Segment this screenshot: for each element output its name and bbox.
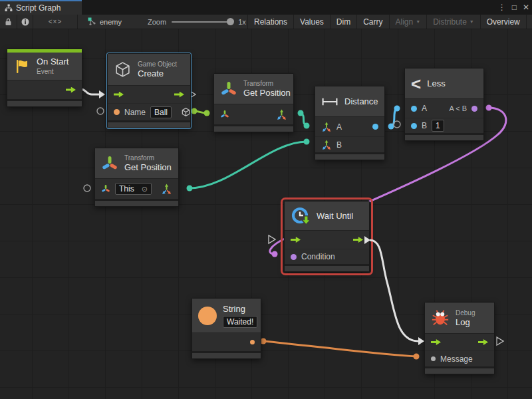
node-title: String	[223, 304, 257, 315]
name-input[interactable]: Ball	[150, 106, 172, 118]
string-out-port[interactable]	[250, 340, 255, 344]
object-picker-icon[interactable]: ⊙	[142, 185, 148, 194]
zoom-label: Zoom	[148, 18, 166, 26]
distribute-button: Distribute▼	[427, 15, 481, 29]
control-out-port[interactable]	[478, 339, 488, 345]
bug-icon	[431, 309, 450, 327]
breadcrumb-graph-name: enemy	[100, 18, 122, 26]
zoom-control: Zoom 1x	[148, 15, 246, 29]
breadcrumb[interactable]: enemy	[88, 15, 122, 29]
transform-icon	[220, 80, 237, 98]
number-out-port[interactable]	[372, 124, 378, 130]
node-footer	[425, 366, 494, 374]
code-view-button[interactable]: <×>	[33, 15, 78, 29]
chevron-down-icon: ▼	[469, 19, 474, 24]
control-in-port[interactable]	[291, 237, 301, 243]
node-title: On Start	[37, 57, 68, 67]
node-category: Game Object	[138, 60, 177, 68]
node-create[interactable]: Game Object Create Name Ball	[107, 53, 191, 128]
zoom-slider[interactable]	[172, 21, 233, 23]
less-icon: <	[411, 75, 421, 92]
graph-toolbar: <×> enemy Zoom 1x Relations Values	[0, 15, 532, 29]
node-on-start[interactable]: On Start Event	[7, 49, 82, 107]
lock-button[interactable]	[0, 15, 17, 29]
node-title: Log	[456, 317, 475, 328]
window-menu-icon[interactable]: ⋮	[498, 0, 506, 15]
info-icon	[21, 18, 29, 26]
gameobject-out-port[interactable]	[181, 107, 191, 117]
distance-icon	[321, 96, 338, 107]
maximize-icon[interactable]: □	[512, 0, 517, 15]
node-footer	[214, 124, 293, 132]
values-button[interactable]: Values	[294, 15, 331, 29]
node-get-position-bottom[interactable]: Transform Get Position This ⊙	[94, 148, 179, 207]
script-graph-icon	[5, 4, 13, 12]
cube-icon	[114, 61, 132, 78]
carry-button[interactable]: Carry	[357, 15, 389, 29]
node-title: Wait Until	[317, 211, 353, 221]
port-label: Message	[440, 354, 473, 364]
node-footer	[315, 152, 384, 160]
inspect-button[interactable]	[17, 15, 33, 29]
vector3-in-port-b[interactable]	[321, 140, 332, 150]
vector3-in-port-a[interactable]	[321, 122, 332, 132]
number-in-port-b[interactable]	[411, 123, 417, 129]
vector3-out-port[interactable]	[276, 109, 287, 120]
transform-in-port[interactable]	[220, 110, 229, 119]
node-get-position-top[interactable]: Transform Get Position	[213, 73, 294, 132]
port-label: Name	[124, 108, 146, 117]
node-footer	[285, 264, 369, 271]
boolean-out-port[interactable]	[471, 106, 477, 112]
clock-icon	[291, 206, 311, 226]
chevron-down-icon: ▼	[416, 19, 420, 24]
node-category: Debug	[456, 309, 475, 317]
value-in-port-name[interactable]	[114, 109, 120, 115]
full-screen-button[interactable]: Full Screen	[527, 15, 532, 29]
port-label: B	[336, 140, 342, 150]
node-title: Less	[427, 78, 445, 89]
control-out-port[interactable]	[174, 92, 184, 98]
tab-script-graph[interactable]: Script Graph	[0, 0, 82, 15]
control-out-port[interactable]	[66, 87, 76, 93]
control-out-port[interactable]	[353, 237, 363, 243]
node-footer	[108, 120, 190, 128]
overview-button[interactable]: Overview	[481, 15, 527, 29]
node-title: Get Position	[124, 162, 172, 173]
node-footer	[7, 99, 82, 106]
output-label: A < B	[449, 104, 467, 112]
lock-icon	[5, 18, 12, 26]
message-in-port[interactable]	[431, 356, 436, 361]
vector3-out-port[interactable]	[161, 184, 172, 195]
b-value-input[interactable]: 1	[432, 120, 444, 132]
node-string[interactable]: String Waited!	[192, 298, 261, 359]
title-bar: Script Graph ⋮ □ ✕	[0, 0, 532, 15]
node-title: Create	[138, 68, 177, 79]
relations-button[interactable]: Relations	[248, 15, 294, 29]
boolean-in-port-condition[interactable]	[291, 254, 297, 260]
node-title: Get Position	[243, 88, 291, 98]
control-in-port[interactable]	[114, 92, 124, 98]
string-icon	[198, 307, 217, 325]
align-button: Align▼	[390, 15, 428, 29]
node-wait-until[interactable]: Wait Until Condition	[284, 201, 370, 272]
dim-button[interactable]: Dim	[331, 15, 357, 29]
zoom-slider-knob[interactable]	[227, 18, 234, 25]
port-label: B	[422, 121, 427, 130]
close-icon[interactable]: ✕	[523, 0, 529, 15]
port-label: Condition	[301, 252, 335, 261]
port-label: A	[422, 104, 427, 113]
toolbar-buttons: Relations Values Dim Carry Align▼ Distri…	[247, 15, 532, 29]
control-in-port[interactable]	[431, 339, 441, 345]
node-less[interactable]: < Less A A < B B 1	[404, 68, 484, 141]
string-value-input[interactable]: Waited!	[223, 316, 257, 328]
node-distance[interactable]: Distance A B	[315, 86, 385, 160]
flag-icon	[13, 58, 31, 75]
number-in-port-a[interactable]	[411, 106, 417, 112]
unity-visual-scripting-window: Script Graph ⋮ □ ✕	[0, 0, 532, 399]
target-input[interactable]: This ⊙	[115, 183, 152, 195]
transform-in-port[interactable]	[101, 184, 110, 194]
node-footer	[405, 133, 483, 140]
node-subtitle: Event	[37, 67, 68, 76]
node-debug-log[interactable]: Debug Log Message	[424, 302, 495, 374]
graph-icon	[88, 17, 96, 26]
